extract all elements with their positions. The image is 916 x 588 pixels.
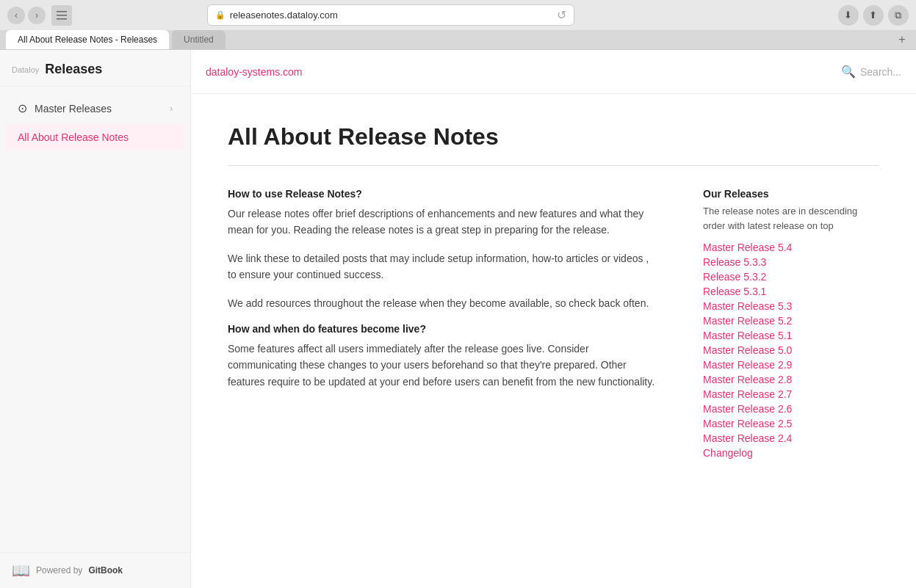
svg-rect-0 — [57, 11, 67, 12]
release-link-7[interactable]: Master Release 5.0 — [703, 344, 879, 356]
new-tab-button[interactable]: + — [894, 32, 910, 48]
url-text: releasenotes.dataloy.com — [230, 10, 338, 21]
release-link-3[interactable]: Release 5.3.1 — [703, 286, 879, 297]
content-left: How to use Release Notes? Our release no… — [228, 188, 659, 402]
section2-heading: How and when do features become live? — [228, 323, 659, 335]
releases-heading: Our Releases — [703, 188, 879, 200]
sidebar-item-about-release-notes[interactable]: All About Release Notes — [6, 124, 184, 150]
release-link-11[interactable]: Master Release 2.6 — [703, 403, 879, 415]
back-button[interactable]: ‹ — [7, 7, 25, 24]
sidebar: Dataloy Releases ⊙ Master Releases › All… — [0, 50, 191, 588]
release-link-9[interactable]: Master Release 2.8 — [703, 374, 879, 385]
sidebar-toggle-button[interactable] — [51, 5, 72, 26]
main-content: All About Release Notes How to use Relea… — [191, 94, 916, 588]
section1-para3: We add resources throughout the release … — [228, 295, 659, 311]
extensions-button[interactable]: ⬇ — [838, 5, 859, 26]
release-link-13[interactable]: Master Release 2.4 — [703, 432, 879, 444]
top-nav: dataloy-systems.com 🔍 Search... — [191, 50, 916, 94]
gitbook-link[interactable]: GitBook — [88, 565, 123, 576]
release-link-0[interactable]: Master Release 5.4 — [703, 242, 879, 253]
sidebar-item-label-about: All About Release Notes — [18, 131, 129, 143]
release-link-12[interactable]: Master Release 2.5 — [703, 418, 879, 429]
nav-buttons: ‹ › — [7, 7, 46, 24]
search-area[interactable]: 🔍 Search... — [841, 65, 901, 79]
release-link-1[interactable]: Release 5.3.3 — [703, 256, 879, 268]
forward-button[interactable]: › — [28, 7, 46, 24]
section1-para1: Our release notes offer brief descriptio… — [228, 206, 659, 239]
tabs-button[interactable]: ⧉ — [888, 5, 909, 26]
tab-bar: All About Release Notes - Releases Untit… — [0, 30, 916, 49]
content-right: Our Releases The release notes are in de… — [703, 188, 879, 462]
inactive-tab[interactable]: Untitled — [172, 30, 226, 49]
brand-label: Dataloy — [12, 65, 39, 74]
releases-subtitle: The release notes are in descending orde… — [703, 204, 879, 233]
search-placeholder: Search... — [860, 66, 901, 78]
release-link-5[interactable]: Master Release 5.2 — [703, 315, 879, 327]
sidebar-item-label-master-releases: Master Releases — [35, 103, 112, 115]
share-button[interactable]: ⬆ — [863, 5, 884, 26]
svg-rect-2 — [57, 18, 67, 20]
content-divider — [228, 165, 879, 166]
release-link-6[interactable]: Master Release 5.1 — [703, 330, 879, 341]
content-grid: How to use Release Notes? Our release no… — [228, 188, 879, 462]
browser-chrome: ‹ › 🔒 releasenotes.dataloy.com ↺ ⬇ ⬆ ⧉ A… — [0, 0, 916, 50]
release-links-list: Master Release 5.4Release 5.3.3Release 5… — [703, 242, 879, 459]
release-link-4[interactable]: Master Release 5.3 — [703, 300, 879, 312]
release-link-2[interactable]: Release 5.3.2 — [703, 271, 879, 283]
browser-toolbar: ‹ › 🔒 releasenotes.dataloy.com ↺ ⬇ ⬆ ⧉ — [0, 0, 916, 30]
chevron-right-icon: › — [170, 104, 173, 114]
reload-button[interactable]: ↺ — [557, 8, 566, 22]
section2-para: Some features affect all users immediate… — [228, 341, 659, 390]
footer-text: Powered by — [36, 565, 82, 576]
app-title: Releases — [45, 62, 102, 77]
browser-actions: ⬇ ⬆ ⧉ — [838, 5, 909, 26]
release-link-8[interactable]: Master Release 2.9 — [703, 359, 879, 371]
address-bar[interactable]: 🔒 releasenotes.dataloy.com ↺ — [207, 4, 574, 26]
sidebar-header: Dataloy Releases — [0, 50, 190, 87]
dataloy-link[interactable]: dataloy-systems.com — [206, 66, 302, 78]
release-link-10[interactable]: Master Release 2.7 — [703, 388, 879, 400]
release-link-14[interactable]: Changelog — [703, 447, 879, 459]
sidebar-nav: ⊙ Master Releases › All About Release No… — [0, 87, 190, 552]
svg-rect-1 — [57, 15, 67, 16]
gitbook-icon: 📖 — [12, 562, 30, 579]
master-releases-icon: ⊙ — [18, 101, 27, 115]
lock-icon: 🔒 — [215, 10, 226, 20]
sidebar-footer: 📖 Powered by GitBook — [0, 552, 190, 588]
app-container: Dataloy Releases ⊙ Master Releases › All… — [0, 50, 916, 588]
search-icon: 🔍 — [841, 65, 856, 79]
section1-para2: We link these to detailed posts that may… — [228, 250, 659, 283]
sidebar-item-master-releases[interactable]: ⊙ Master Releases › — [6, 94, 184, 123]
section1-heading: How to use Release Notes? — [228, 188, 659, 200]
page-wrapper: dataloy-systems.com 🔍 Search... All Abou… — [191, 50, 916, 588]
page-title: All About Release Notes — [228, 123, 879, 150]
active-tab[interactable]: All About Release Notes - Releases — [6, 30, 169, 49]
